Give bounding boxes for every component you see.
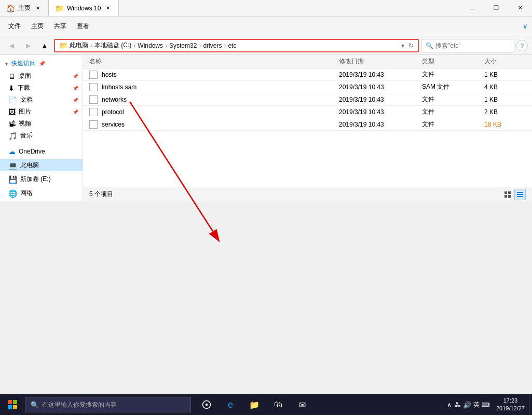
tab-home-label: 主页: [18, 4, 31, 12]
breadcrumb-system32[interactable]: System32: [169, 42, 197, 49]
svg-rect-7: [517, 194, 523, 195]
col-size[interactable]: 大小: [484, 57, 526, 66]
sidebar-item-desktop[interactable]: 🖥 桌面 📌: [0, 70, 83, 82]
search-input[interactable]: [435, 42, 513, 49]
close-button[interactable]: ✕: [508, 0, 532, 17]
details-view-button[interactable]: [514, 189, 526, 200]
quick-access-arrow: ▼: [4, 61, 9, 66]
tray-keyboard-icon[interactable]: ⌨: [482, 402, 490, 408]
sidebar-item-music-label: 音乐: [20, 131, 33, 140]
window-body: ▼ 快速访问 📌 🖥 桌面 📌 ⬇ 下载 📌 📄 文档 📌 🖼 图片 📌 📽 视…: [0, 55, 532, 201]
breadcrumb-thispc[interactable]: 此电脑: [70, 41, 88, 50]
file-size-networks: 1 KB: [484, 96, 526, 103]
tray-time: 17:23: [503, 397, 518, 405]
tray-lang-icon[interactable]: 英: [473, 400, 480, 409]
svg-rect-3: [508, 191, 511, 194]
view-controls: [502, 189, 526, 200]
forward-button[interactable]: ▶: [21, 38, 35, 53]
music-icon: 🎵: [8, 132, 17, 140]
address-dropdown-icon[interactable]: ▾: [401, 42, 404, 49]
tab-win10-close[interactable]: ✕: [104, 4, 112, 12]
address-bar[interactable]: 📁 此电脑 › 本地磁盘 (C:) › Windows › System32 ›…: [54, 39, 419, 52]
sidebar-item-pictures-label: 图片: [19, 107, 31, 116]
home-tab-icon: 🏠: [6, 4, 15, 12]
sidebar-item-music[interactable]: 🎵 音乐: [0, 130, 83, 142]
col-name[interactable]: 名称: [89, 57, 339, 66]
breadcrumb-c[interactable]: 本地磁盘 (C:): [94, 41, 131, 50]
sidebar-item-network[interactable]: 🌐 网络: [0, 187, 83, 199]
start-button[interactable]: [0, 394, 25, 415]
file-row-hosts[interactable]: hosts 2019/3/19 10:43 文件 1 KB: [83, 68, 532, 81]
explorer-button[interactable]: 📁: [243, 394, 266, 415]
tray-network-icon[interactable]: 🖧: [454, 401, 461, 409]
task-view-button[interactable]: [195, 394, 218, 415]
search-box[interactable]: 🔍: [421, 39, 514, 52]
back-button[interactable]: ◀: [4, 38, 19, 53]
store-button[interactable]: 🛍: [267, 394, 290, 415]
tab-win10[interactable]: 📁 Windows 10 ✕: [49, 0, 119, 16]
edge-button[interactable]: e: [219, 394, 242, 415]
minimize-button[interactable]: —: [460, 0, 484, 17]
breadcrumb-etc: etc: [228, 42, 236, 49]
sidebar-item-downloads[interactable]: ⬇ 下载 📌: [0, 82, 83, 94]
file-type-services: 文件: [422, 120, 484, 129]
view-menu-button[interactable]: 查看: [73, 20, 93, 33]
tray-volume-icon[interactable]: 🔊: [463, 401, 471, 409]
file-date-hosts: 2019/3/19 10:43: [339, 71, 422, 78]
tray-clock[interactable]: 17:23 2019/12/27: [492, 394, 529, 415]
address-refresh-icon[interactable]: ↻: [408, 42, 414, 49]
breadcrumb-windows[interactable]: Windows: [138, 42, 163, 49]
expand-ribbon-icon[interactable]: ∨: [523, 22, 528, 30]
taskbar: 🔍 在这里输入你要搜索的内容 e 📁 🛍 ✉ ∧ 🖧 🔊 英 ⌨ 17:23 2…: [0, 394, 532, 415]
network-icon: 🌐: [8, 189, 17, 198]
file-label-lmhosts: lmhosts.sam: [102, 84, 137, 91]
onedrive-icon: ☁: [8, 147, 16, 156]
home-menu-button[interactable]: 主页: [27, 20, 48, 33]
file-name-services: services: [89, 120, 339, 129]
file-row-networks[interactable]: networks 2019/3/19 10:43 文件 1 KB: [83, 93, 532, 106]
file-row-protocol[interactable]: protocol 2019/3/19 10:43 文件 2 KB: [83, 106, 532, 118]
file-icon-services: [89, 120, 98, 129]
list-view-button[interactable]: [502, 189, 513, 200]
file-size-protocol: 2 KB: [484, 108, 526, 116]
file-name-protocol: protocol: [89, 108, 339, 116]
sidebar-item-videos-label: 视频: [19, 119, 31, 128]
show-desktop-button[interactable]: [529, 394, 532, 415]
file-menu-button[interactable]: 文件: [4, 20, 25, 33]
sidebar-item-drive-e-label: 新加卷 (E:): [20, 175, 51, 184]
file-row-services[interactable]: services 2019/3/19 10:43 文件 18 KB: [83, 118, 532, 131]
sidebar-item-thispc[interactable]: 💻 此电脑: [0, 159, 83, 171]
sidebar-item-documents-label: 文档: [20, 95, 33, 104]
drive-e-icon: 💾: [8, 175, 17, 184]
col-type[interactable]: 类型: [422, 57, 484, 66]
mail-button[interactable]: ✉: [291, 394, 313, 415]
documents-icon: 📄: [8, 96, 17, 104]
file-row-lmhosts[interactable]: lmhosts.sam 2019/3/19 10:43 SAM 文件 4 KB: [83, 81, 532, 93]
sidebar-item-videos[interactable]: 📽 视频: [0, 118, 83, 130]
sidebar-item-drive-e[interactable]: 💾 新加卷 (E:): [0, 173, 83, 185]
taskbar-icon-group: e 📁 🛍 ✉: [195, 394, 313, 415]
col-date[interactable]: 修改日期: [339, 57, 422, 66]
help-button[interactable]: ?: [516, 40, 528, 51]
sidebar-quick-access[interactable]: ▼ 快速访问 📌: [0, 57, 83, 70]
sidebar-item-onedrive[interactable]: ☁ OneDrive: [0, 146, 83, 157]
file-icon-protocol: [89, 108, 98, 116]
share-menu-button[interactable]: 共享: [50, 20, 71, 33]
maximize-button[interactable]: ❐: [484, 0, 508, 17]
tab-home-close[interactable]: ✕: [34, 4, 42, 12]
file-label-protocol: protocol: [102, 108, 124, 116]
taskbar-search-box[interactable]: 🔍 在这里输入你要搜索的内容: [25, 397, 191, 412]
file-label-networks: networks: [102, 96, 127, 103]
file-type-networks: 文件: [422, 95, 484, 104]
sidebar-item-pictures[interactable]: 🖼 图片 📌: [0, 106, 83, 118]
tray-chevron-icon[interactable]: ∧: [447, 401, 452, 409]
downloads-icon: ⬇: [8, 84, 15, 92]
up-button[interactable]: ▲: [37, 38, 52, 53]
sidebar-item-documents[interactable]: 📄 文档 📌: [0, 94, 83, 106]
tray-icons: ∧ 🖧 🔊 英 ⌨: [445, 400, 492, 409]
svg-rect-4: [504, 195, 507, 198]
tab-home[interactable]: 🏠 主页 ✕: [0, 0, 49, 16]
breadcrumb-drivers[interactable]: drivers: [203, 42, 222, 49]
file-icon-hosts: [89, 71, 98, 79]
file-size-hosts: 1 KB: [484, 71, 526, 78]
